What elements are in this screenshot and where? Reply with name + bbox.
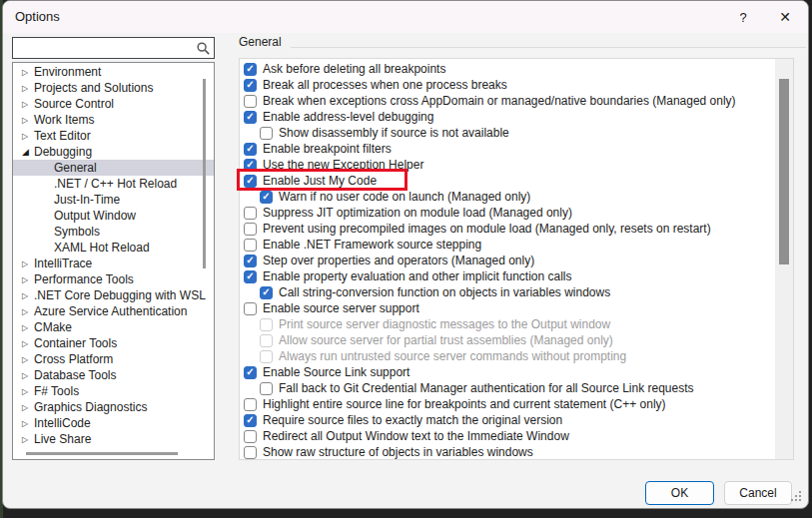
checkbox-enable-address-level-debugging[interactable]: ✓	[244, 111, 257, 124]
tree-item-text-editor[interactable]: ▷Text Editor	[13, 128, 214, 144]
option-row-step-over-properties-and-operators-managed-only[interactable]: ✓Step over properties and operators (Man…	[240, 253, 773, 268]
option-label: Show raw structure of objects in variabl…	[263, 445, 533, 459]
option-row-highlight-entire-source-line-for-breakpoints-and-current-statement-c-only[interactable]: Highlight entire source line for breakpo…	[240, 396, 773, 412]
expand-arrow-icon[interactable]: ▷	[22, 339, 34, 348]
option-row-use-the-new-exception-helper[interactable]: ✓Use the new Exception Helper	[240, 157, 773, 173]
tree-item-output-window[interactable]: Output Window	[13, 208, 214, 224]
checkbox-break-all-processes-when-one-process-breaks[interactable]: ✓	[244, 79, 257, 92]
option-row-enable-source-link-support[interactable]: ✓Enable Source Link support	[240, 364, 773, 380]
option-row-enable-just-my-code[interactable]: ✓Enable Just My Code	[240, 173, 773, 189]
expand-arrow-icon[interactable]: ▷	[22, 307, 34, 316]
expand-arrow-icon[interactable]: ▷	[22, 100, 34, 109]
checkbox-enable-source-link-support[interactable]: ✓	[244, 366, 257, 379]
close-button[interactable]: ✕	[770, 3, 800, 31]
expand-arrow-icon[interactable]: ▷	[22, 435, 34, 444]
tree-item-azure-service-authentication[interactable]: ▷Azure Service Authentication	[13, 303, 214, 319]
expand-arrow-icon[interactable]: ▷	[22, 387, 34, 396]
checkbox-break-when-exceptions-cross-appdomain-or-managed-native-boundaries-managed-only[interactable]	[244, 95, 257, 108]
tree-item-intellicode[interactable]: ▷IntelliCode	[13, 415, 214, 431]
checkbox-suppress-jit-optimization-on-module-load-managed-only[interactable]	[244, 207, 257, 220]
option-row-ask-before-deleting-all-breakpoints[interactable]: ✓Ask before deleting all breakpoints	[240, 61, 773, 77]
option-row-redirect-all-output-window-text-to-the-immediate-window[interactable]: Redirect all Output Window text to the I…	[240, 428, 773, 444]
list-scrollbar-thumb[interactable]	[779, 79, 789, 264]
expand-arrow-icon[interactable]: ▷	[22, 355, 34, 364]
expand-arrow-icon[interactable]: ▷	[22, 323, 34, 332]
checkbox-enable-breakpoint-filters[interactable]: ✓	[244, 143, 257, 156]
tree-item-general[interactable]: General	[13, 160, 214, 176]
option-row-break-all-processes-when-one-process-breaks[interactable]: ✓Break all processes when one process br…	[240, 77, 773, 93]
option-row-show-raw-structure-of-objects-in-variables-windows[interactable]: Show raw structure of objects in variabl…	[240, 444, 773, 460]
search-input[interactable]	[15, 38, 191, 58]
resize-grip[interactable]	[799, 499, 801, 501]
tree-item-performance-tools[interactable]: ▷Performance Tools	[13, 271, 214, 287]
option-row-call-string-conversion-function-on-objects-in-variables-windows[interactable]: ✓Call string-conversion function on obje…	[240, 284, 773, 300]
checkbox-show-raw-structure-of-objects-in-variables-windows[interactable]	[244, 446, 257, 459]
expand-arrow-icon[interactable]: ▷	[22, 132, 34, 141]
tree-item-just-in-time[interactable]: Just-In-Time	[13, 192, 214, 208]
tree-vertical-scrollbar[interactable]	[203, 79, 206, 268]
option-row-enable-breakpoint-filters[interactable]: ✓Enable breakpoint filters	[240, 141, 773, 157]
checkbox-warn-if-no-user-code-on-launch-managed-only[interactable]: ✓	[260, 191, 273, 204]
tree-item-symbols[interactable]: Symbols	[13, 224, 214, 240]
tree-item-environment[interactable]: ▷Environment	[13, 64, 214, 80]
expand-arrow-icon[interactable]: ▷	[22, 84, 34, 93]
checkbox-enable-just-my-code[interactable]: ✓	[244, 175, 257, 188]
checkbox-enable-net-framework-source-stepping[interactable]	[244, 239, 257, 252]
checkbox-enable-property-evaluation-and-other-implicit-function-calls[interactable]: ✓	[244, 270, 257, 283]
option-row-always-run-untrusted-source-server-commands-without-prompting: Always run untrusted source server comma…	[240, 348, 773, 364]
search-box[interactable]	[12, 37, 215, 59]
tree-item-database-tools[interactable]: ▷Database Tools	[13, 367, 214, 383]
cancel-button[interactable]: Cancel	[724, 481, 792, 505]
option-row-enable-source-server-support[interactable]: Enable source server support	[240, 300, 773, 316]
search-icon[interactable]	[196, 41, 211, 56]
tree-item-container-tools[interactable]: ▷Container Tools	[13, 335, 214, 351]
checkbox-show-disassembly-if-source-is-not-available[interactable]	[260, 127, 273, 140]
checkbox-ask-before-deleting-all-breakpoints[interactable]: ✓	[244, 63, 257, 76]
tree-item-projects-and-solutions[interactable]: ▷Projects and Solutions	[13, 80, 214, 96]
tree-item-xaml-hot-reload[interactable]: XAML Hot Reload	[13, 240, 214, 256]
option-row-warn-if-no-user-code-on-launch-managed-only[interactable]: ✓Warn if no user code on launch (Managed…	[240, 189, 773, 205]
option-row-break-when-exceptions-cross-appdomain-or-managed-native-boundaries-managed-only[interactable]: Break when exceptions cross AppDomain or…	[240, 93, 773, 109]
list-scrollbar[interactable]	[775, 59, 793, 459]
collapse-arrow-icon[interactable]: ◢	[22, 147, 34, 157]
checkbox-enable-source-server-support[interactable]	[244, 302, 257, 315]
expand-arrow-icon[interactable]: ▷	[22, 291, 34, 300]
ok-button[interactable]: OK	[645, 481, 714, 505]
checkbox-fall-back-to-git-credential-manager-authentication-for-all-source-link-requests[interactable]	[260, 382, 273, 395]
tree-item-net-c-hot-reload[interactable]: .NET / C++ Hot Reload	[13, 176, 214, 192]
expand-arrow-icon[interactable]: ▷	[22, 419, 34, 428]
expand-arrow-icon[interactable]: ▷	[22, 68, 34, 77]
tree-item-live-share[interactable]: ▷Live Share	[13, 431, 214, 447]
tree-item-debugging[interactable]: ◢Debugging	[13, 144, 214, 160]
expand-arrow-icon[interactable]: ▷	[22, 403, 34, 412]
option-row-enable-net-framework-source-stepping[interactable]: Enable .NET Framework source stepping	[240, 237, 773, 253]
option-row-show-disassembly-if-source-is-not-available[interactable]: Show disassembly if source is not availa…	[240, 125, 773, 141]
checkbox-require-source-files-to-exactly-match-the-original-version[interactable]: ✓	[244, 414, 257, 427]
option-row-fall-back-to-git-credential-manager-authentication-for-all-source-link-requests[interactable]: Fall back to Git Credential Manager auth…	[240, 380, 773, 396]
tree-item-graphics-diagnostics[interactable]: ▷Graphics Diagnostics	[13, 399, 214, 415]
expand-arrow-icon[interactable]: ▷	[22, 259, 34, 268]
help-button[interactable]: ?	[728, 3, 758, 31]
option-row-suppress-jit-optimization-on-module-load-managed-only[interactable]: Suppress JIT optimization on module load…	[240, 205, 773, 221]
tree-item-intellitrace[interactable]: ▷IntelliTrace	[13, 256, 214, 271]
checkbox-use-the-new-exception-helper[interactable]: ✓	[244, 159, 257, 172]
option-row-prevent-using-precompiled-images-on-module-load-managed-only-resets-on-restart[interactable]: Prevent using precompiled images on modu…	[240, 221, 773, 237]
expand-arrow-icon[interactable]: ▷	[22, 116, 34, 125]
tree-item-cmake[interactable]: ▷CMake	[13, 319, 214, 335]
checkbox-highlight-entire-source-line-for-breakpoints-and-current-statement-c-only[interactable]	[244, 398, 257, 411]
option-row-enable-address-level-debugging[interactable]: ✓Enable address-level debugging	[240, 109, 773, 125]
tree-item-f-tools[interactable]: ▷F# Tools	[13, 383, 214, 399]
tree-item-net-core-debugging-with-wsl[interactable]: ▷.NET Core Debugging with WSL	[13, 287, 214, 303]
expand-arrow-icon[interactable]: ▷	[22, 275, 34, 284]
expand-arrow-icon[interactable]: ▷	[22, 371, 34, 380]
checkbox-redirect-all-output-window-text-to-the-immediate-window[interactable]	[244, 430, 257, 443]
tree-item-work-items[interactable]: ▷Work Items	[13, 112, 214, 128]
option-row-require-source-files-to-exactly-match-the-original-version[interactable]: ✓Require source files to exactly match t…	[240, 412, 773, 428]
tree-horizontal-scrollbar[interactable]	[26, 452, 178, 455]
checkbox-call-string-conversion-function-on-objects-in-variables-windows[interactable]: ✓	[260, 286, 273, 299]
tree-item-source-control[interactable]: ▷Source Control	[13, 96, 214, 112]
checkbox-prevent-using-precompiled-images-on-module-load-managed-only-resets-on-restart[interactable]	[244, 223, 257, 236]
option-row-enable-property-evaluation-and-other-implicit-function-calls[interactable]: ✓Enable property evaluation and other im…	[240, 268, 773, 284]
tree-item-cross-platform[interactable]: ▷Cross Platform	[13, 351, 214, 367]
checkbox-step-over-properties-and-operators-managed-only[interactable]: ✓	[244, 255, 257, 267]
